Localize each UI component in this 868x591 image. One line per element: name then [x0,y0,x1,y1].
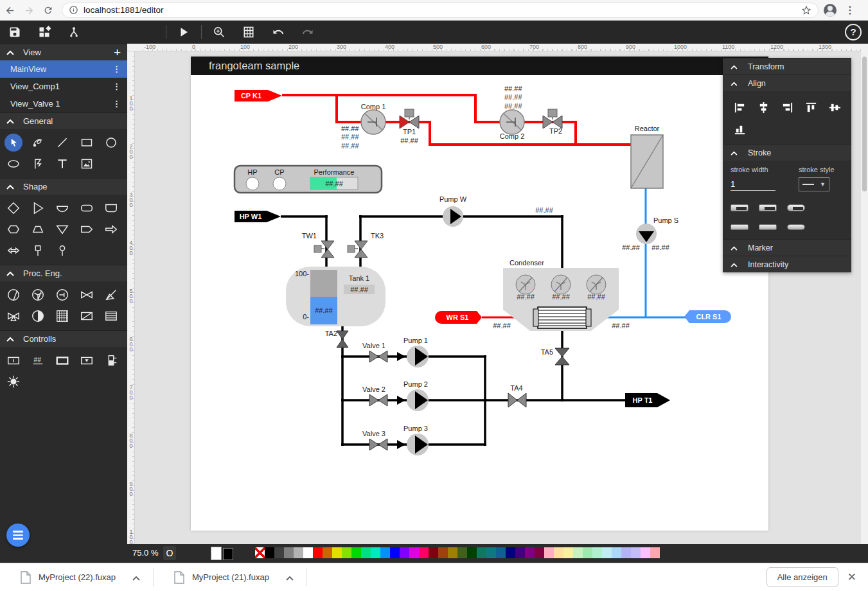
view-panel-header[interactable]: View + [0,44,127,60]
valve-3[interactable]: Valve 3 [362,430,387,450]
shape-trapezoid[interactable] [26,218,50,240]
valve-tp1[interactable]: TP1 [400,109,419,136]
color-swatch[interactable] [409,547,419,558]
color-swatch[interactable] [486,547,496,558]
download-menu-chevron-icon[interactable] [286,572,294,583]
shape-panel-header[interactable]: Shape [0,178,127,195]
color-swatch[interactable] [612,547,621,558]
connections-button[interactable] [59,21,89,44]
control-switch[interactable] [1,371,26,392]
color-swatch[interactable] [583,547,592,558]
shape-rounded-rect[interactable] [75,197,99,218]
marker-section-header[interactable]: Marker [723,239,851,256]
color-swatch[interactable] [448,547,457,558]
status-panel[interactable]: HP CP Performance ##.## [235,166,382,193]
color-swatch[interactable] [496,547,506,558]
color-swatch[interactable] [419,547,429,558]
shape-double-arrow[interactable] [1,240,26,261]
shape-arrow-right[interactable] [99,218,123,240]
pumpw-line-value[interactable]: ##.## [535,206,553,214]
circle-tool[interactable] [99,132,123,153]
url-bar[interactable]: localhost:1881/editor [62,3,819,18]
stroke-cap-square-button[interactable] [759,224,777,230]
comp2-values[interactable]: ##.## [504,102,522,110]
run-button[interactable] [169,21,199,44]
tag-hpt1[interactable]: HP T1 [625,393,670,407]
line-tool[interactable] [50,132,75,153]
path-tool[interactable] [26,153,50,174]
valve-tw1[interactable]: TW1 [302,232,334,258]
view-item[interactable]: MainView⋮ [0,60,127,78]
fill-color-swatch[interactable] [211,547,222,560]
valve-tp2[interactable]: TP2 [543,109,562,135]
undo-button[interactable] [263,21,293,44]
color-swatch[interactable] [477,547,486,558]
stroke-style-select[interactable]: ▼ [799,177,829,191]
zoom-in-button[interactable] [204,21,234,44]
select-tool[interactable] [1,132,26,153]
compressor-comp2[interactable]: Comp 2 [500,110,525,140]
valve-1[interactable]: Valve 1 [362,342,387,362]
stroke-join-miter-button[interactable] [731,204,748,211]
color-swatch[interactable] [371,547,380,558]
stroke-section-header[interactable]: Stroke [723,144,851,161]
color-swatch[interactable] [563,547,573,558]
pump-2[interactable]: Pump 2 [403,380,429,411]
view-item[interactable]: View_Comp1⋮ [0,78,127,95]
shape-pin-round[interactable] [50,240,75,261]
color-swatch[interactable] [351,547,361,558]
shape-triangle-down[interactable] [50,218,75,240]
proc-fan[interactable] [26,284,50,305]
color-swatch[interactable] [361,547,371,558]
shape-half-moon[interactable] [50,197,75,218]
proc-mesh[interactable] [50,305,75,326]
color-swatch[interactable] [284,547,294,558]
color-swatch[interactable] [342,547,351,558]
align-section-header[interactable]: Align [723,75,851,91]
valve-tk3[interactable]: TK3 [348,232,384,258]
interactivity-section-header[interactable]: Interactivity [723,256,851,272]
clrs1-value[interactable]: ##.## [612,322,630,330]
color-swatch[interactable] [515,547,525,558]
red-pipes[interactable] [282,94,632,146]
pump-3[interactable]: Pump 3 [403,425,429,455]
download-item[interactable]: MyProject (22).fuxap [14,567,146,588]
condenser-fan-1[interactable] [516,275,535,294]
view-page[interactable]: frangoteam sample CP K1 Comp 1 [191,57,768,531]
color-swatch[interactable] [573,547,583,558]
zoom-origin-button[interactable]: O [163,546,176,560]
proc-half-pump[interactable] [26,305,50,326]
show-all-downloads-button[interactable]: Alle anzeigen [766,567,838,587]
valve-ta5[interactable]: TA5 [541,348,569,365]
valve-2[interactable]: Valve 2 [362,385,387,406]
proc-heater[interactable] [99,305,123,326]
close-downloads-icon[interactable]: ✕ [847,570,856,584]
stroke-join-round-button[interactable] [759,204,777,211]
profile-avatar[interactable] [824,4,837,17]
image-tool[interactable] [75,153,99,174]
color-swatch[interactable] [641,547,650,558]
align-right-button[interactable] [775,96,799,118]
reactor[interactable]: Reactor [631,125,663,188]
condenser-fan-3[interactable] [587,275,606,294]
process-diagram[interactable]: CP K1 Comp 1 ##.## ##.## ##.## [191,75,768,531]
color-swatch[interactable] [535,547,544,558]
view-item-menu-icon[interactable]: ⋮ [112,99,121,109]
reload-icon[interactable] [39,4,58,16]
color-swatch[interactable] [294,547,303,558]
color-swatch[interactable] [621,547,631,558]
color-none-swatch[interactable] [255,547,265,558]
proc-valve[interactable] [75,284,99,305]
add-view-button[interactable]: + [114,46,121,60]
color-swatch[interactable] [323,547,332,558]
shape-pin-square[interactable] [26,240,50,261]
color-swatch[interactable] [390,547,400,558]
compressor-comp1[interactable]: Comp 1 [361,103,386,134]
stroke-cap-round-button[interactable] [787,224,805,230]
color-swatch[interactable] [544,547,554,558]
download-item[interactable]: MyProject (21).fuxap [168,567,300,588]
align-left-button[interactable] [728,96,752,118]
general-panel-header[interactable]: General [0,112,127,129]
redo-button[interactable] [293,21,323,44]
color-swatch[interactable] [554,547,563,558]
